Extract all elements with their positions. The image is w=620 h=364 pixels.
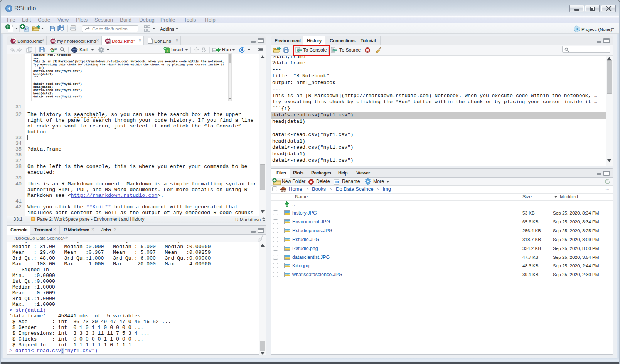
svg-text:R: R	[7, 6, 11, 11]
svg-text:ABC: ABC	[50, 47, 57, 50]
svg-text:R: R	[25, 27, 28, 31]
svg-text:c: c	[167, 49, 168, 53]
svg-text:R: R	[575, 27, 578, 31]
